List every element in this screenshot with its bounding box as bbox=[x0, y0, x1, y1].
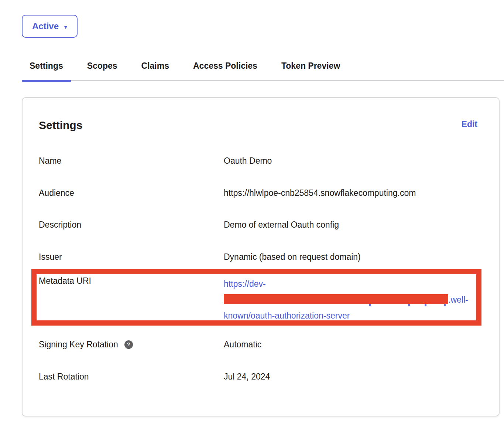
active-status-dropdown[interactable]: Active ▾ bbox=[22, 15, 78, 38]
field-label: Description bbox=[39, 220, 224, 229]
chevron-down-icon: ▾ bbox=[64, 24, 67, 30]
card-header: Settings Edit bbox=[39, 119, 483, 132]
field-row-signing-key-rotation: Signing Key Rotation ? Automatic bbox=[39, 340, 483, 349]
field-label: Signing Key Rotation ? bbox=[39, 340, 224, 349]
field-label: Issuer bbox=[39, 252, 224, 262]
metadata-uri-line1: https://dev- bbox=[224, 276, 468, 292]
settings-card: Settings Edit Name Oauth Demo Audience h… bbox=[22, 97, 500, 416]
field-value: https://dev- .well- known/oauth-authoriz… bbox=[224, 276, 468, 324]
field-value: Dynamic (based on request domain) bbox=[224, 252, 361, 262]
redacted-text-descender bbox=[425, 304, 426, 306]
field-label: Audience bbox=[39, 188, 224, 198]
tab-access-policies[interactable]: Access Policies bbox=[185, 57, 265, 80]
field-row-last-rotation: Last Rotation Jul 24, 2024 bbox=[39, 372, 483, 381]
field-row-description: Description Demo of external Oauth confi… bbox=[39, 220, 483, 229]
field-value: https://hlwlpoe-cnb25854.snowflakecomput… bbox=[224, 188, 416, 198]
field-row-name: Name Oauth Demo bbox=[39, 156, 483, 166]
metadata-uri-line3: known/oauth-authorization-server bbox=[224, 308, 468, 324]
tab-scopes[interactable]: Scopes bbox=[79, 57, 125, 80]
oauth-server-settings-page: Active ▾ Settings Scopes Claims Access P… bbox=[0, 0, 504, 432]
metadata-uri-line2: .well- bbox=[224, 292, 468, 308]
tab-claims[interactable]: Claims bbox=[134, 57, 177, 80]
field-row-issuer: Issuer Dynamic (based on request domain) bbox=[39, 252, 483, 262]
redacted-text-descender bbox=[369, 304, 371, 306]
edit-button[interactable]: Edit bbox=[462, 119, 477, 130]
settings-fields: Name Oauth Demo Audience https://hlwlpoe… bbox=[39, 156, 483, 381]
field-value: Oauth Demo bbox=[224, 156, 272, 166]
status-label: Active bbox=[32, 21, 59, 31]
field-value: Automatic bbox=[224, 340, 261, 349]
field-row-metadata-uri: Metadata URI https://dev- .well- known/o… bbox=[39, 276, 483, 324]
tab-token-preview[interactable]: Token Preview bbox=[274, 57, 348, 80]
field-label: Metadata URI bbox=[39, 276, 224, 286]
tab-settings[interactable]: Settings bbox=[22, 57, 71, 80]
field-value: Demo of external Oauth config bbox=[224, 220, 339, 229]
field-label: Name bbox=[39, 156, 224, 166]
metadata-uri-line2-suffix: .well- bbox=[448, 295, 468, 305]
tab-bar: Settings Scopes Claims Access Policies T… bbox=[22, 57, 504, 81]
field-label-text: Signing Key Rotation bbox=[39, 340, 118, 349]
redacted-text-descender bbox=[444, 304, 446, 306]
field-value: Jul 24, 2024 bbox=[224, 372, 270, 381]
help-question-icon[interactable]: ? bbox=[124, 340, 133, 349]
metadata-uri-link[interactable]: https://dev- .well- known/oauth-authoriz… bbox=[224, 276, 468, 324]
field-row-audience: Audience https://hlwlpoe-cnb25854.snowfl… bbox=[39, 188, 483, 198]
field-label: Last Rotation bbox=[39, 372, 224, 381]
redaction-bar bbox=[224, 294, 448, 304]
card-title: Settings bbox=[39, 119, 82, 132]
redacted-text-descender bbox=[408, 304, 410, 306]
